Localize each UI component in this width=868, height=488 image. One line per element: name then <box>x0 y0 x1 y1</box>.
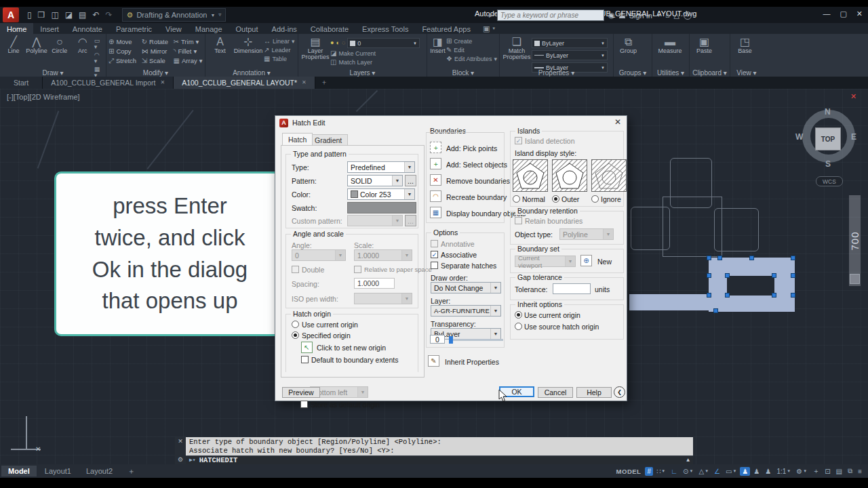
undo-icon[interactable]: ↶ <box>92 11 99 19</box>
ortho-icon[interactable]: ∟ <box>669 467 679 476</box>
table-outline[interactable] <box>663 197 722 257</box>
specified-origin-radio[interactable] <box>292 331 299 339</box>
ribbon-tab-express-tools[interactable]: Express Tools <box>355 23 415 34</box>
save-icon[interactable]: ◫ <box>51 11 58 19</box>
separate-hatches-checkbox[interactable] <box>431 262 438 269</box>
paste-button[interactable]: ▣Paste <box>692 35 717 54</box>
help-icon[interactable]: ? <box>684 12 692 20</box>
save-as-icon[interactable]: ◪ <box>65 11 73 19</box>
viewcube-south[interactable]: S <box>825 159 831 169</box>
app-store-icon[interactable]: ⌂ <box>665 12 670 19</box>
workspace-gear-icon[interactable]: ⚙▼ <box>794 467 809 476</box>
new-tab-button[interactable]: ＋ <box>315 77 334 89</box>
drawing-line[interactable] <box>356 90 378 113</box>
model-tab[interactable]: Model <box>1 466 37 476</box>
move-button[interactable]: ⊕Move <box>108 38 137 45</box>
layer-freeze-icon[interactable]: ◐ <box>336 40 339 46</box>
file-tab-start[interactable]: Start <box>0 77 43 89</box>
scale-indicator[interactable]: 1:1▼ <box>774 467 793 476</box>
transparency-slider[interactable] <box>449 339 503 341</box>
annotation-autoscale-icon[interactable]: ♟ <box>751 467 762 476</box>
close-tab-icon[interactable]: ✕ <box>160 80 165 85</box>
array-button[interactable]: ▦Array ▾ <box>174 57 203 64</box>
panel-label-modify[interactable]: Modify ▾ <box>106 69 205 77</box>
maximize-icon[interactable]: ▢ <box>840 10 846 18</box>
panel-label-clipboard[interactable]: Clipboard ▾ <box>690 69 730 77</box>
island-normal-radio[interactable] <box>513 195 520 203</box>
pattern-browse-button[interactable]: ... <box>405 175 416 186</box>
layout2-tab[interactable]: Layout2 <box>79 466 119 476</box>
inherit-use-source-radio[interactable] <box>515 323 522 330</box>
grip[interactable] <box>717 256 722 260</box>
color-combo[interactable]: ByLayer▼ <box>532 38 608 48</box>
leader-button[interactable]: ↗Leader <box>264 47 295 54</box>
add-pick-points-icon[interactable]: ＋ <box>430 142 441 153</box>
layout1-tab[interactable]: Layout1 <box>38 466 78 476</box>
grip[interactable] <box>772 293 776 298</box>
ribbon-tab-annotate[interactable]: Annotate <box>66 23 109 34</box>
graphics-performance-icon[interactable]: ▤ <box>834 467 844 476</box>
draw-order-combo[interactable]: Do Not Change▼ <box>431 282 501 293</box>
island-ignore-radio[interactable] <box>591 195 599 203</box>
viewcube-top-face[interactable]: TOP <box>815 127 841 150</box>
ribbon-tab-view[interactable]: View <box>159 23 189 34</box>
ribbon-tab-home[interactable]: Home <box>0 23 33 34</box>
dialog-close-icon[interactable]: ✕ <box>614 118 621 126</box>
search-expand-icon[interactable]: ▶ <box>489 13 493 18</box>
inherit-properties-icon[interactable]: ✎ <box>428 355 439 367</box>
annotation-visibility-icon[interactable]: ♟ <box>740 467 750 476</box>
layer-select-combo[interactable]: 0▼ <box>347 38 420 48</box>
dimension-bar[interactable]: 700 <box>849 195 861 286</box>
tab-hatch[interactable]: Hatch <box>282 133 313 145</box>
panel-label-view[interactable]: View ▾ <box>730 69 763 77</box>
scale-button[interactable]: ⇲Scale <box>142 57 169 64</box>
help-button[interactable]: Help <box>576 387 612 398</box>
file-tab-import[interactable]: A100_CCLUB_GENERAL Import✕ <box>43 77 174 89</box>
make-current-button[interactable]: ◪Make Current <box>330 50 420 57</box>
store-default-checkbox[interactable] <box>300 401 308 408</box>
inherit-use-current-radio[interactable] <box>515 311 522 319</box>
island-outer-radio[interactable] <box>552 195 559 203</box>
create-block-button[interactable]: ⊞Create <box>446 38 497 45</box>
add-select-objects-icon[interactable]: ＋ <box>430 158 441 169</box>
rotate-button[interactable]: ↻Rotate <box>142 38 169 45</box>
search-exchange-icon[interactable]: ◉ <box>608 12 615 19</box>
table-button[interactable]: ▦Table <box>264 56 295 62</box>
file-tab-layout[interactable]: A100_CCLUB_GENERAL LAYOUT*✕ <box>174 77 315 89</box>
tolerance-field[interactable] <box>553 283 591 294</box>
insert-button[interactable]: ◨Insert <box>429 35 446 54</box>
match-layer-button[interactable]: ◫Match Layer <box>330 59 420 66</box>
layer-lock-icon[interactable]: ◌ <box>342 40 345 46</box>
group-button[interactable]: ⧉Group <box>616 35 641 54</box>
grip[interactable] <box>713 308 718 313</box>
recreate-boundary-icon[interactable]: ◠ <box>430 190 441 202</box>
customize-icon[interactable]: ⚙ <box>178 457 183 463</box>
scroll-up-icon[interactable]: ▲ <box>686 458 690 463</box>
selected-hatch-band[interactable] <box>629 294 710 310</box>
drawing-line[interactable] <box>37 110 60 168</box>
transparency-value-field[interactable]: 0 <box>430 335 445 344</box>
stretch-button[interactable]: ⤢Stretch <box>108 57 137 64</box>
grip[interactable] <box>791 273 795 278</box>
isolate-objects-icon[interactable]: ⊡ <box>823 467 832 476</box>
grip[interactable] <box>791 293 795 298</box>
panel-label-properties[interactable]: Properties ▾ <box>500 69 613 77</box>
arc-button[interactable]: ◠Arc <box>71 35 94 54</box>
customization-menu-icon[interactable]: ≡ <box>856 467 864 476</box>
new-layout-button[interactable]: ＋ <box>121 465 142 478</box>
grip[interactable] <box>707 273 711 278</box>
clean-screen-icon[interactable]: ⧉ <box>846 466 854 476</box>
edit-block-button[interactable]: ✎Edit <box>446 47 497 54</box>
text-button[interactable]: AText <box>208 35 233 54</box>
open-file-icon[interactable]: ❒ <box>38 11 45 19</box>
island-style-outer-preview[interactable] <box>552 159 587 192</box>
viewcube-east[interactable]: E <box>851 132 856 142</box>
annotation-scale-icon[interactable]: ♟ <box>763 467 773 476</box>
isodraft-icon[interactable]: △▼ <box>696 467 711 476</box>
polyline-button[interactable]: ⋀Polyline <box>25 35 48 54</box>
chair-outline[interactable] <box>631 207 670 250</box>
ribbon-tab-parametric[interactable]: Parametric <box>109 23 159 34</box>
grip[interactable] <box>772 273 776 278</box>
panel-label-utilities[interactable]: Utilities ▾ <box>652 69 689 77</box>
layer-combo[interactable]: A-GR-FURNITURE▼ <box>431 305 501 317</box>
